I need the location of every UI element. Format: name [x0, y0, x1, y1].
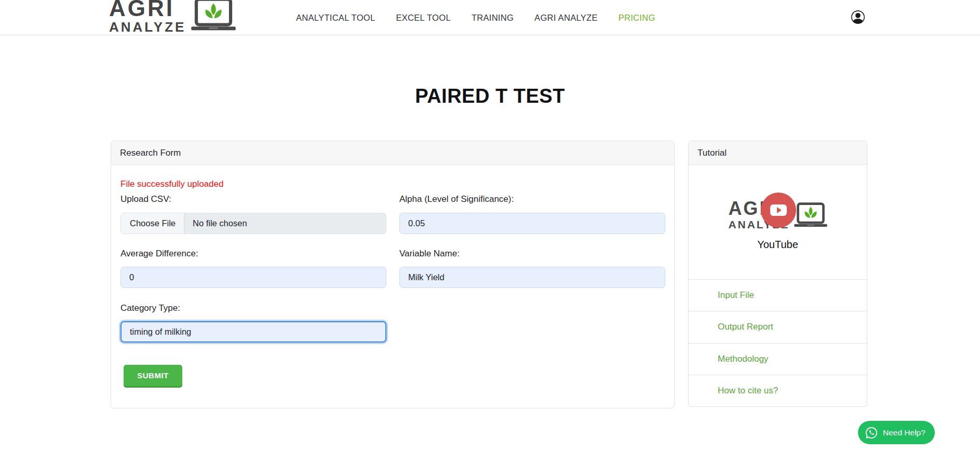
need-help-label: Need Help? — [883, 428, 925, 437]
logo-text-agri: AGRI — [109, 0, 174, 20]
alpha-label: Alpha (Level of Significance): — [399, 194, 514, 204]
nav-analytical-tool[interactable]: ANALYTICAL TOOL — [296, 13, 375, 23]
whatsapp-icon — [864, 426, 879, 440]
category-type-input[interactable] — [120, 321, 386, 343]
research-form-card: Research Form File successfully uploaded… — [111, 141, 675, 408]
submit-button[interactable]: SUBMIT — [124, 365, 182, 386]
variable-name-input[interactable] — [399, 267, 665, 288]
need-help-button[interactable]: Need Help? — [858, 421, 935, 444]
average-difference-label: Average Difference: — [120, 249, 198, 259]
brand-logo[interactable]: AGRI ANALYZE — [109, 0, 236, 34]
youtube-caption: YouTube — [689, 239, 867, 251]
upload-csv-label: Upload CSV: — [120, 194, 171, 204]
upload-csv-file-input[interactable]: Choose File No file chosen — [120, 213, 386, 234]
logo-text-analyze: ANALYZE — [109, 20, 186, 34]
category-type-label: Category Type: — [120, 303, 180, 313]
tutorial-link-methodology[interactable]: Methodology — [689, 343, 867, 375]
upload-status-message: File successfully uploaded — [120, 179, 223, 189]
nav-training[interactable]: TRAINING — [472, 13, 514, 23]
tutorial-link-how-to-cite[interactable]: How to cite us? — [689, 375, 867, 406]
laptop-leaf-icon — [794, 202, 827, 230]
tutorial-header: Tutorial — [689, 141, 867, 165]
brand-logo-text: AGRI ANALYZE — [109, 0, 186, 34]
average-difference-input[interactable] — [120, 267, 386, 288]
tutorial-link-output-report[interactable]: Output Report — [689, 311, 867, 343]
youtube-play-icon — [761, 193, 796, 228]
alpha-input[interactable] — [399, 213, 665, 234]
nav-excel-tool[interactable]: EXCEL TOOL — [396, 13, 450, 23]
tutorial-card: Tutorial AGRI ANALYZE — [688, 141, 867, 407]
nav-agri-analyze[interactable]: AGRI ANALYZE — [534, 13, 598, 23]
research-form-header: Research Form — [111, 141, 674, 165]
research-form-body: File successfully uploaded Upload CSV: C… — [111, 165, 674, 408]
account-person-icon[interactable] — [851, 10, 865, 24]
main-nav: ANALYTICAL TOOL EXCEL TOOL TRAINING AGRI… — [296, 0, 655, 35]
tutorial-links: Input File Output Report Methodology How… — [689, 279, 867, 406]
laptop-leaf-icon — [191, 0, 236, 34]
top-navbar: AGRI ANALYZE ANALYTICAL TOOL EXCEL TOOL … — [0, 0, 980, 35]
choose-file-button[interactable]: Choose File — [121, 213, 184, 234]
nav-pricing[interactable]: PRICING — [619, 13, 655, 23]
tutorial-link-input-file[interactable]: Input File — [689, 279, 867, 311]
file-chosen-text: No file chosen — [184, 213, 247, 234]
youtube-tutorial-link[interactable]: AGRI ANALYZE YouTube — [689, 165, 867, 279]
variable-name-label: Variable Name: — [399, 249, 460, 259]
page: AGRI ANALYZE ANALYTICAL TOOL EXCEL TOOL … — [0, 0, 980, 452]
page-title: PAIRED T TEST — [0, 85, 980, 107]
